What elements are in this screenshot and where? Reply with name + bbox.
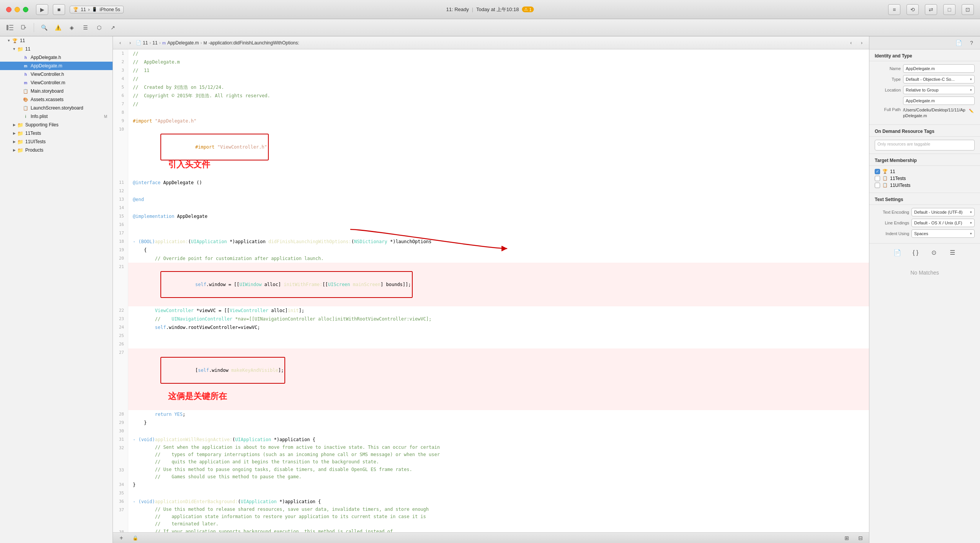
sidebar-item-products[interactable]: ▶ 📁 Products	[0, 146, 113, 154]
sidebar-item-viewcontroller-m[interactable]: ▼ m ViewController.m	[0, 79, 113, 87]
code-line-11: 11 @interface AppDelegate ()	[113, 178, 869, 187]
right-panel-help-btn[interactable]: ?	[966, 38, 977, 48]
breadcrumb-folder: 11	[152, 40, 157, 46]
breadcrumb-file-icon: 📄	[136, 40, 141, 45]
sidebar-viewcontroller-h-label: ViewController.h	[31, 72, 64, 77]
name-field-row: Name AppDelegate.m	[875, 64, 975, 73]
add-item-btn[interactable]: +	[116, 533, 127, 543]
add-file-btn[interactable]	[18, 22, 29, 33]
sidebar-toggle-btn[interactable]	[5, 22, 15, 33]
code-editor[interactable]: 1 // 2 // AppDelegate.m 3 // 11 4 // 5 /…	[113, 49, 869, 532]
sidebar-item-11uitests[interactable]: ▶ 📁 11UITests	[0, 137, 113, 146]
warning-btn[interactable]: ⚠️	[52, 22, 63, 33]
full-path-row: Full Path /Users/Codeliu/Desktop/11/11/A…	[875, 107, 975, 119]
vcs-btn[interactable]: ⟲	[906, 4, 919, 15]
full-path-label: Full Path	[875, 107, 901, 112]
import-highlight-box: #import "ViewController.h"	[160, 134, 269, 160]
next-issue-btn[interactable]: ›	[858, 39, 866, 47]
sidebar-item-info-plist[interactable]: ▼ i Info.plist M	[0, 112, 113, 121]
scheme-selector[interactable]: 🏆 11 › 📱 iPhone 5s	[70, 6, 124, 13]
code-line-6: 6 // Copyright © 2015年 刘浩浩. All rights r…	[113, 92, 869, 100]
code-icon-btn[interactable]: { }	[910, 247, 921, 258]
code-line-18: 18 - (BOOL)application:(UIApplication *)…	[113, 237, 869, 246]
target-icon-btn[interactable]: ⊙	[929, 247, 939, 258]
file-icon-btn[interactable]: 📄	[892, 247, 903, 258]
sidebar-item-appdelegate-m[interactable]: ▼ m AppDelegate.m	[0, 62, 113, 70]
timeline-btn[interactable]: ⊟	[855, 533, 866, 543]
back-forward-btn[interactable]: ⇄	[925, 4, 937, 15]
annotation-keywindow: 这俩是关键所在	[168, 391, 227, 401]
code-line-4: 4 //	[113, 75, 869, 83]
debug-btn[interactable]: ☰	[80, 22, 91, 33]
sidebar-item-group-11[interactable]: ▼ 📁 11	[0, 45, 113, 53]
main-container: ▼ 🏆 11 ▼ 📁 11 ▼ h AppDelegate.h ▼ m AppD…	[0, 36, 980, 543]
target-11tests-label: 11Tests	[890, 176, 906, 181]
breadcrumb-forward-btn[interactable]: ›	[126, 39, 134, 47]
encoding-value[interactable]: Default - Unicode (UTF-8) ▾	[911, 208, 975, 216]
right-panel-file-btn[interactable]: 📄	[953, 38, 964, 48]
code-line-25: 25	[113, 332, 869, 340]
history-icon-btn[interactable]: ☰	[947, 247, 958, 258]
code-line-38: 38 // If your application supports backg…	[113, 528, 869, 533]
chevron-down-icon: ▾	[970, 221, 972, 225]
fullscreen-button[interactable]	[23, 7, 28, 12]
code-line-3: 3 // 11	[113, 66, 869, 75]
stop-button[interactable]: ■	[53, 4, 65, 15]
editor-layout-btn[interactable]: ≡	[888, 4, 900, 15]
close-button[interactable]	[6, 7, 11, 12]
breadcrumb-back-btn[interactable]: ‹	[116, 39, 124, 47]
sidebar-group-label: 11	[25, 46, 30, 52]
storyboard-icon: 📋	[22, 105, 29, 111]
sidebar-item-appdelegate-h[interactable]: ▼ h AppDelegate.h	[0, 53, 113, 62]
target-11-checkbox[interactable]	[875, 169, 880, 174]
sidebar-item-assets[interactable]: ▼ 🎨 Assets.xcassets	[0, 95, 113, 104]
grid-view-btn[interactable]: ⊞	[841, 533, 852, 543]
chevron-down-icon: ▼	[6, 38, 11, 43]
warning-icon: ⚠	[524, 7, 528, 12]
type-value[interactable]: Default - Objective-C So... ▾	[903, 75, 975, 83]
location-label: Location	[875, 88, 901, 92]
line-endings-value[interactable]: Default - OS X / Unix (LF) ▾	[911, 219, 975, 227]
target-11tests-checkbox[interactable]	[875, 176, 880, 181]
code-line-2: 2 // AppDelegate.m	[113, 58, 869, 66]
folder-icon: 📁	[17, 46, 24, 52]
target-row-11tests: 📋 11Tests	[875, 176, 975, 181]
code-line-16: 16	[113, 221, 869, 229]
breakpoint-btn[interactable]: ⬡	[94, 22, 105, 33]
identity-type-section: Name AppDelegate.m Type Default - Object…	[869, 61, 980, 125]
minimize-button[interactable]	[15, 7, 20, 12]
prev-issue-btn[interactable]: ‹	[847, 39, 855, 47]
on-demand-header: On Demand Resource Tags	[869, 125, 980, 137]
sidebar: ▼ 🏆 11 ▼ 📁 11 ▼ h AppDelegate.h ▼ m AppD…	[0, 36, 113, 543]
lock-btn[interactable]: 🔒	[130, 533, 140, 543]
folder-icon: 📁	[17, 147, 24, 153]
location-value[interactable]: Relative to Group ▾	[903, 86, 975, 94]
sidebar-item-11tests[interactable]: ▶ 📁 11Tests	[0, 129, 113, 137]
text-settings-header: Text Settings	[869, 193, 980, 205]
chevron-right-icon: ▶	[11, 147, 17, 153]
share-btn[interactable]: ↗	[108, 22, 118, 33]
project-icon: 🏆	[11, 38, 18, 44]
sidebar-item-project[interactable]: ▼ 🏆 11	[0, 36, 113, 45]
warning-badge[interactable]: ⚠ 1	[522, 7, 534, 12]
sidebar-item-launchscreen[interactable]: ▼ 📋 LaunchScreen.storyboard	[0, 104, 113, 112]
filename-value[interactable]: AppDelegate.m	[903, 96, 975, 105]
sidebar-item-viewcontroller-h[interactable]: ▼ h ViewController.h	[0, 70, 113, 79]
sidebar-item-main-storyboard[interactable]: ▼ 📋 Main.storyboard	[0, 87, 113, 95]
sidebar-item-supporting-files[interactable]: ▶ 📁 Supporting Files	[0, 121, 113, 129]
target-11uitests-checkbox[interactable]	[875, 183, 880, 188]
name-value[interactable]: AppDelegate.m	[903, 64, 975, 73]
no-matches: No Matches	[869, 262, 980, 283]
search-btn[interactable]: 🔍	[39, 22, 49, 33]
folder-icon: 📁	[17, 130, 24, 136]
canvas-btn[interactable]: □	[943, 4, 956, 15]
test-btn[interactable]: ◈	[66, 22, 77, 33]
tags-input[interactable]: Only resources are taggable	[875, 140, 975, 150]
breadcrumb-method-icon: M	[204, 41, 207, 45]
path-edit-btn[interactable]: ✏️	[968, 107, 975, 114]
run-button[interactable]: ▶	[36, 4, 48, 15]
indent-value[interactable]: Spaces ▾	[911, 229, 975, 238]
chevron-down-icon: ▾	[970, 232, 972, 236]
expand-btn[interactable]: ⊡	[962, 4, 974, 15]
folder-icon: 📁	[17, 139, 24, 145]
